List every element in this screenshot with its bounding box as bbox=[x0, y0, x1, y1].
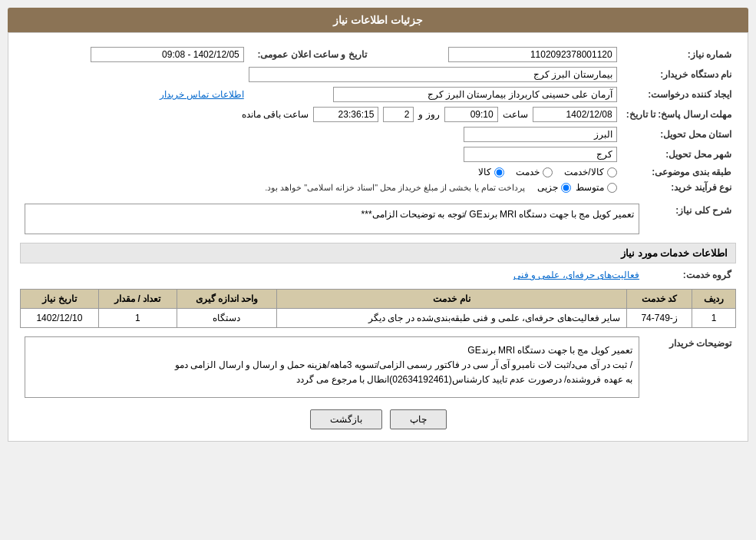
creator-value: آرمان علی حسینی کاربرداز بیمارستان البرز… bbox=[333, 87, 617, 102]
announcement-datetime-label: تاریخ و ساعت اعلان عمومی: bbox=[249, 45, 371, 65]
category-khadamat-label: خدمت bbox=[516, 167, 540, 177]
deadline-days-label: روز و bbox=[418, 109, 439, 120]
purchase-motavaset-label: متوسط bbox=[576, 182, 604, 193]
purchase-type-label: نوع فرآیند خرید: bbox=[622, 180, 736, 195]
cell-qty: 1 bbox=[98, 309, 177, 328]
cell-name: سایر فعالیت‌های حرفه‌ای، علمی و فنی طبقه… bbox=[277, 309, 627, 328]
deadline-label: مهلت ارسال پاسخ: تا تاریخ: bbox=[622, 104, 736, 124]
announcement-datetime-value: 1402/12/05 - 09:08 bbox=[91, 47, 244, 62]
purchase-jozei-label: جزیی bbox=[537, 182, 558, 193]
deadline-date: 1402/12/08 bbox=[533, 107, 617, 122]
cell-row: 1 bbox=[692, 309, 736, 328]
deadline-time-label: ساعت bbox=[503, 109, 528, 120]
category-kala-khadamat-radio[interactable] bbox=[607, 167, 617, 177]
deadline-remaining: 23:36:15 bbox=[313, 107, 378, 122]
need-number-value: 1102092378001120 bbox=[448, 47, 617, 62]
table-row: 1 ز-749-74 سایر فعالیت‌های حرفه‌ای، علمی… bbox=[21, 309, 736, 328]
deadline-days: 2 bbox=[383, 107, 414, 122]
purchase-motavaset-radio[interactable] bbox=[607, 183, 617, 193]
purchase-note: پرداخت تمام یا بخشی از مبلغ خریداز محل "… bbox=[265, 183, 525, 193]
buyer-notes-value: تعمیر کویل مج با جهت دستگاه MRI برندGE /… bbox=[25, 336, 639, 398]
need-desc-label: شرح کلی نیاز: bbox=[644, 201, 736, 237]
col-code: کد خدمت bbox=[627, 290, 692, 309]
category-kala-label: کالا bbox=[478, 167, 491, 177]
category-kala-option[interactable]: کالا bbox=[478, 167, 504, 177]
services-table: ردیف کد خدمت نام خدمت واحد اندازه گیری ت… bbox=[20, 289, 736, 328]
need-number-label: شماره نیاز: bbox=[622, 45, 736, 65]
page-title: جزئیات اطلاعات نیاز bbox=[333, 14, 423, 26]
buyer-notes-label: توضیحات خریدار bbox=[644, 334, 736, 400]
print-button[interactable]: چاپ bbox=[390, 409, 447, 429]
category-kala-khadamat-label: کالا/خدمت bbox=[564, 167, 603, 177]
need-desc-value: تعمیر کویل مج با جهت دستگاه MRI برندGE /… bbox=[25, 204, 639, 234]
services-section-header: اطلاعات خدمات مورد نیاز bbox=[20, 243, 736, 263]
category-kala-khadamat-option[interactable]: کالا/خدمت bbox=[564, 167, 616, 177]
cell-date: 1402/12/10 bbox=[21, 309, 99, 328]
province-value: البرز bbox=[464, 127, 617, 142]
city-value: کرج bbox=[464, 147, 617, 162]
col-date: تاریخ نیاز bbox=[21, 290, 99, 309]
cell-unit: دستگاه bbox=[177, 309, 276, 328]
buyer-name-label: نام دستگاه خریدار: bbox=[622, 65, 736, 84]
col-row: ردیف bbox=[692, 290, 736, 309]
category-kala-radio[interactable] bbox=[494, 167, 504, 177]
back-button[interactable]: بازگشت bbox=[310, 409, 382, 429]
purchase-motavaset-option[interactable]: متوسط bbox=[576, 182, 617, 193]
category-khadamat-option[interactable]: خدمت bbox=[516, 167, 553, 177]
service-group-label: گروه خدمت: bbox=[644, 267, 736, 283]
col-qty: تعداد / مقدار bbox=[98, 290, 177, 309]
city-label: شهر محل تحویل: bbox=[622, 144, 736, 164]
header-bar: جزئیات اطلاعات نیاز bbox=[8, 8, 748, 32]
deadline-remaining-label: ساعت باقی مانده bbox=[242, 109, 309, 120]
category-label: طبقه بندی موضوعی: bbox=[622, 164, 736, 180]
deadline-time: 09:10 bbox=[444, 107, 498, 122]
service-group-value[interactable]: فعالیت‌های حرفه‌ای، علمی و فنی bbox=[513, 270, 639, 280]
buyer-name-value: بیمارستان البرز کرج bbox=[249, 67, 617, 82]
contact-link[interactable]: اطلاعات تماس خریدار bbox=[160, 89, 244, 100]
category-khadamat-radio[interactable] bbox=[543, 167, 553, 177]
purchase-jozei-radio[interactable] bbox=[561, 183, 571, 193]
button-row: چاپ بازگشت bbox=[20, 409, 736, 429]
col-unit: واحد اندازه گیری bbox=[177, 290, 276, 309]
col-name: نام خدمت bbox=[277, 290, 627, 309]
creator-label: ایجاد کننده درخواست: bbox=[622, 84, 736, 104]
purchase-jozei-option[interactable]: جزیی bbox=[537, 182, 571, 193]
cell-code: ز-749-74 bbox=[627, 309, 692, 328]
province-label: استان محل تحویل: bbox=[622, 124, 736, 144]
